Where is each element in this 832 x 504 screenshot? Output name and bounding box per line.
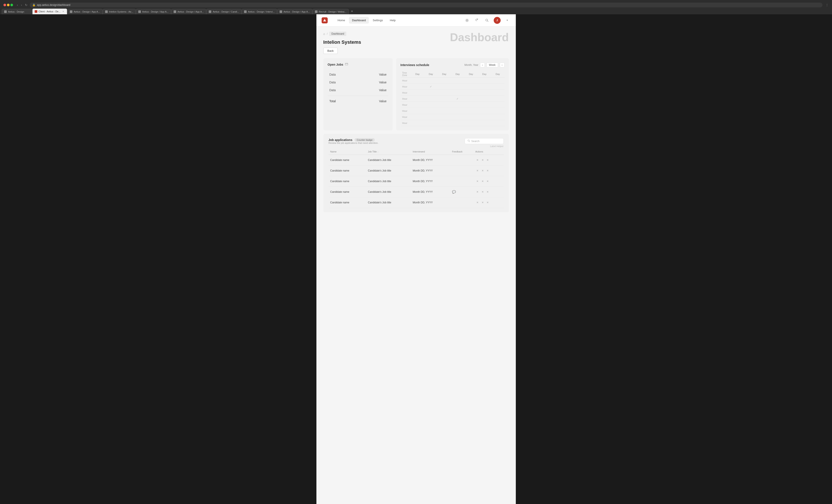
schedule-cell-5-4 (464, 108, 478, 114)
action-btn-1-0[interactable]: ✕ (475, 158, 479, 162)
day-header-6: Day (478, 71, 491, 78)
chevron-down-icon[interactable]: ▼ (504, 17, 511, 24)
action-btn-2-4[interactable]: ✕ (480, 200, 485, 205)
schedule-cell-1-5 (478, 84, 491, 90)
actions-cell-1: ✕ ✕ ✕ (473, 166, 503, 176)
schedule-cell-1-2 (438, 84, 451, 90)
job-title-4: Candidate's Job title (366, 197, 411, 208)
interviewed-date-1: Month DD, YYYY (411, 166, 450, 176)
table-row: Candidate nameCandidate's Job titleMonth… (329, 155, 504, 166)
cal-view-btn[interactable]: Week (487, 63, 498, 67)
forward-nav-btn[interactable]: › (20, 3, 23, 7)
feedback-icon[interactable]: 💬 (452, 190, 456, 194)
action-btn-3-0[interactable]: ✕ (486, 158, 490, 162)
tab-3[interactable]: Aetius - Design / App A... (68, 9, 103, 14)
action-btn-1-4[interactable]: ✕ (475, 200, 479, 205)
browser-chrome: ‹ › ↻ 🔒 app.aetius.design/dashboard ⋮ Ae… (0, 0, 832, 14)
minimize-window-btn[interactable] (7, 4, 9, 6)
job-title-1: Candidate's Job title (366, 166, 411, 176)
action-btn-2-2[interactable]: ✕ (480, 179, 485, 184)
close-window-btn[interactable] (3, 4, 6, 6)
hour-label-0: Hour (400, 78, 411, 84)
action-btn-1-1[interactable]: ✕ (475, 168, 479, 173)
schedule-cell-2-2 (438, 90, 451, 96)
action-btn-3-1[interactable]: ✕ (486, 168, 490, 173)
cal-next-btn[interactable]: › (500, 63, 504, 67)
table-row: Candidate nameCandidate's Job titleMonth… (329, 176, 504, 187)
schedule-cell-4-2 (438, 102, 451, 108)
col-feedback: Feedback (450, 148, 474, 155)
nav-home[interactable]: Home (335, 17, 348, 24)
tab-1[interactable]: Aetius - Design (2, 9, 32, 14)
feedback-cell-0 (450, 155, 474, 166)
new-tab-btn[interactable]: + (349, 8, 355, 14)
tab-label-9: Aetius - Design / App A... (284, 10, 310, 13)
back-nav-btn[interactable]: ‹ (16, 3, 19, 7)
user-avatar[interactable]: J (494, 17, 501, 24)
nav-help[interactable]: Help (387, 17, 399, 24)
tab-label-8: Aetius - Design / Intervi... (248, 10, 275, 13)
total-label: Total (330, 100, 336, 103)
schedule-cell-3-6 (491, 96, 504, 102)
address-bar[interactable]: 🔒 app.aetius.design/dashboard (30, 3, 823, 7)
maximize-window-btn[interactable] (10, 4, 13, 6)
schedule-cell-7-1 (424, 120, 438, 126)
col-job-title[interactable]: Job Title ↓ (366, 148, 411, 155)
action-btn-3-4[interactable]: ✕ (486, 200, 490, 205)
reload-btn[interactable]: ↻ (24, 3, 28, 7)
job-apps-title-row: Job applications Counter badge (329, 138, 379, 142)
data-row-total: Total Value (328, 96, 388, 105)
tab-8[interactable]: Aetius - Design / Intervi... (242, 9, 277, 14)
cal-prev-btn[interactable]: ‹ (480, 63, 485, 67)
svg-line-3 (487, 21, 488, 22)
schedule-grid: TimeZone Day Day Day Day Day Day Day Hou… (400, 71, 504, 126)
tab-10[interactable]: Recruit - Design / Websi... (313, 9, 349, 14)
action-btn-2-1[interactable]: ✕ (480, 168, 485, 173)
job-apps-left: Job applications Counter badge Review th… (329, 138, 379, 148)
breadcrumb-home-icon[interactable]: ⌂ (323, 32, 325, 35)
schedule-cell-1-6 (491, 84, 504, 90)
tab-favicon-4 (105, 10, 108, 13)
job-apps-card: Job applications Counter badge Review th… (323, 134, 509, 212)
schedule-cell-3-2 (438, 96, 451, 102)
page-title-row: ⌂ / Dashboard Intelion Systems Back Dash… (323, 32, 509, 54)
nav-settings[interactable]: Settings (370, 17, 386, 24)
tab-favicon-5 (138, 10, 141, 13)
back-button[interactable]: Back (323, 48, 338, 54)
tab-close-2[interactable]: ✕ (62, 10, 65, 13)
tab-6[interactable]: Aetius - Design / App A... (171, 9, 206, 14)
day-header-1: Day (411, 71, 424, 78)
nav-dashboard[interactable]: Dashboard (349, 17, 369, 24)
action-btn-3-2[interactable]: ✕ (486, 179, 490, 184)
tab-5[interactable]: Aetius - Design / App A... (136, 9, 171, 14)
lock-icon: 🔒 (32, 3, 35, 6)
tab-2[interactable]: Client - Aetius - De... ✕ (32, 8, 67, 14)
action-btn-1-2[interactable]: ✕ (475, 179, 479, 184)
share-icon-btn[interactable] (474, 17, 480, 24)
hour-label-2: Hour (400, 90, 411, 96)
interviewed-date-4: Month DD, YYYY (411, 197, 450, 208)
search-nav-btn[interactable] (484, 17, 490, 24)
calendar-nav: Month, Year ‹ Week › (464, 63, 504, 67)
schedule-cell-5-0 (411, 108, 424, 114)
tab-9[interactable]: Aetius - Design / App A... (277, 9, 312, 14)
tab-label-3: Aetius - Design / App A... (74, 10, 100, 13)
action-btn-2-0[interactable]: ✕ (480, 158, 485, 162)
logo-icon (321, 17, 328, 23)
schedule-cell-7-4 (464, 120, 478, 126)
schedule-cell-4-4 (464, 102, 478, 108)
settings-icon-btn[interactable] (464, 17, 470, 24)
tab-7[interactable]: Aetius - Design / Candi... (206, 9, 241, 14)
svg-line-9 (469, 141, 470, 142)
action-btn-2-3[interactable]: ✕ (480, 190, 485, 194)
search-box[interactable]: Search (465, 138, 504, 144)
actions-cell-2: ✕ ✕ ✕ (473, 176, 503, 187)
hour-label-4: Hour (400, 102, 411, 108)
tab-4[interactable]: Intelion Systems - Ae... (103, 9, 136, 14)
action-btn-1-3[interactable]: ✕ (475, 190, 479, 194)
svg-point-1 (466, 20, 468, 21)
action-btn-3-3[interactable]: ✕ (486, 190, 490, 194)
total-value: Value (379, 100, 387, 103)
breadcrumb: ⌂ / Dashboard (323, 32, 361, 36)
extensions-icon[interactable]: ⋮ (826, 3, 829, 7)
